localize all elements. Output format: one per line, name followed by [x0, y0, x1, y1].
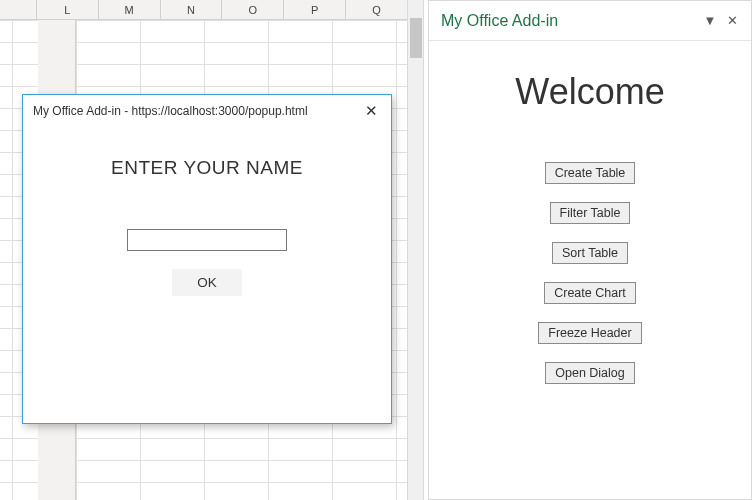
popup-dialog: My Office Add-in - https://localhost:300… — [22, 94, 392, 424]
pane-body: Welcome Create Table Filter Table Sort T… — [437, 49, 743, 492]
welcome-heading: Welcome — [515, 71, 664, 113]
popup-prompt: ENTER YOUR NAME — [111, 157, 303, 179]
vertical-scrollbar[interactable] — [407, 0, 423, 500]
open-dialog-button[interactable]: Open Dialog — [545, 362, 635, 384]
pane-close-icon[interactable]: ✕ — [721, 13, 743, 28]
sort-table-button[interactable]: Sort Table — [552, 242, 628, 264]
scroll-thumb[interactable] — [410, 18, 422, 58]
pane-header: My Office Add-in ▼ ✕ — [429, 1, 751, 41]
freeze-header-button[interactable]: Freeze Header — [538, 322, 641, 344]
ok-button[interactable]: OK — [172, 269, 242, 296]
column-header-q[interactable]: Q — [346, 0, 408, 19]
popup-titlebar[interactable]: My Office Add-in - https://localhost:300… — [23, 95, 391, 127]
column-header-l[interactable]: L — [37, 0, 99, 19]
column-header-n[interactable]: N — [161, 0, 223, 19]
create-chart-button[interactable]: Create Chart — [544, 282, 636, 304]
pane-title: My Office Add-in — [441, 12, 699, 30]
close-icon[interactable]: ✕ — [357, 102, 385, 120]
create-table-button[interactable]: Create Table — [545, 162, 636, 184]
name-input[interactable] — [127, 229, 287, 251]
column-header-p[interactable]: P — [284, 0, 346, 19]
column-headers: L M N O P Q — [0, 0, 408, 20]
popup-title-text: My Office Add-in - https://localhost:300… — [33, 104, 357, 118]
row-header-corner — [0, 0, 37, 19]
column-header-m[interactable]: M — [99, 0, 161, 19]
column-header-o[interactable]: O — [222, 0, 284, 19]
pane-menu-dropdown-icon[interactable]: ▼ — [699, 13, 721, 28]
filter-table-button[interactable]: Filter Table — [550, 202, 631, 224]
task-pane: My Office Add-in ▼ ✕ Welcome Create Tabl… — [428, 0, 752, 500]
popup-body: ENTER YOUR NAME OK — [23, 127, 391, 296]
